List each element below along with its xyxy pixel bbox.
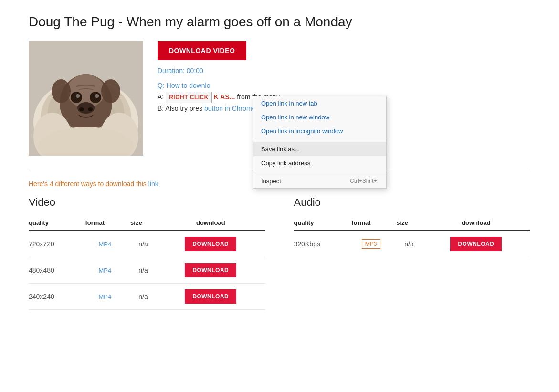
top-section: DOWNLOAD VIDEO Duration: 00:00 Q: How to… xyxy=(29,41,530,156)
svg-point-14 xyxy=(101,79,120,103)
quality-cell: 480x480 xyxy=(29,257,85,284)
context-menu-divider-1 xyxy=(253,140,386,140)
table-row: 320Kbps MP3 n/a DOWNLOAD xyxy=(294,231,531,257)
context-menu-item-inspect[interactable]: Inspect Ctrl+Shift+I xyxy=(253,174,386,188)
format-cell: MP4 xyxy=(85,257,131,284)
context-menu-item-new-tab[interactable]: Open link in new tab xyxy=(253,96,386,110)
size-cell: n/a xyxy=(130,231,162,257)
size-cell: n/a xyxy=(130,284,162,310)
context-menu-item-save-link[interactable]: Save link as... xyxy=(253,142,386,156)
page-title: Doug The Pug - When my alarm goes off on… xyxy=(29,14,530,30)
svg-point-13 xyxy=(52,79,71,103)
audio-col-format: format xyxy=(351,215,396,231)
video-thumbnail xyxy=(29,41,143,156)
save-as-text: K AS... xyxy=(214,93,235,101)
ways-link[interactable]: link xyxy=(148,180,158,188)
svg-point-12 xyxy=(88,107,93,111)
download-cell: DOWNLOAD xyxy=(162,257,265,284)
duration-display: Duration: 00:00 xyxy=(158,67,530,74)
size-cell: n/a xyxy=(396,231,428,257)
audio-table-container: Audio quality format size download 320Kb… xyxy=(294,196,531,310)
video-col-size: size xyxy=(130,215,162,231)
inspect-shortcut: Ctrl+Shift+I xyxy=(350,178,379,185)
inspect-label: Inspect xyxy=(261,178,281,185)
video-section-title: Video xyxy=(29,196,265,209)
download-button[interactable]: DOWNLOAD xyxy=(185,237,236,251)
download-cell: DOWNLOAD xyxy=(428,231,530,257)
download-cell: DOWNLOAD xyxy=(162,231,265,257)
video-table: quality format size download 720x720 MP4… xyxy=(29,215,265,310)
right-click-badge: RIGHT CLICK xyxy=(166,92,212,103)
format-cell: MP3 xyxy=(351,231,396,257)
audio-section-title: Audio xyxy=(294,196,531,209)
thumbnail-image xyxy=(29,41,143,156)
download-button[interactable]: DOWNLOAD xyxy=(450,237,502,251)
audio-col-quality: quality xyxy=(294,215,352,231)
context-menu-item-copy-link[interactable]: Copy link address xyxy=(253,156,386,170)
context-menu-item-new-window[interactable]: Open link in new window xyxy=(253,110,386,124)
audio-table: quality format size download 320Kbps MP3… xyxy=(294,215,531,257)
size-cell: n/a xyxy=(130,257,162,284)
svg-point-11 xyxy=(79,107,84,111)
context-menu-divider-2 xyxy=(253,172,386,172)
svg-point-8 xyxy=(76,94,80,98)
quality-cell: 240x240 xyxy=(29,284,85,310)
download-video-button[interactable]: DOWNLOAD VIDEO xyxy=(158,41,246,60)
audio-col-download: download xyxy=(428,215,530,231)
video-col-quality: quality xyxy=(29,215,85,231)
audio-table-header: quality format size download xyxy=(294,215,531,231)
table-row: 720x720 MP4 n/a DOWNLOAD xyxy=(29,231,265,257)
right-info: DOWNLOAD VIDEO Duration: 00:00 Q: How to… xyxy=(158,41,530,156)
format-cell: MP4 xyxy=(85,231,131,257)
quality-cell: 320Kbps xyxy=(294,231,352,257)
tables-section: Video quality format size download 720x7… xyxy=(29,196,530,310)
svg-point-10 xyxy=(77,102,95,114)
quality-cell: 720x720 xyxy=(29,231,85,257)
video-col-download: download xyxy=(162,215,265,231)
table-row: 480x480 MP4 n/a DOWNLOAD xyxy=(29,257,265,284)
svg-point-6 xyxy=(71,92,82,103)
context-menu: Open link in new tab Open link in new wi… xyxy=(253,96,387,189)
svg-point-7 xyxy=(90,92,101,103)
format-cell: MP4 xyxy=(85,284,131,310)
context-menu-item-incognito[interactable]: Open link in incognito window xyxy=(253,124,386,138)
svg-point-9 xyxy=(95,94,99,98)
format-badge: MP3 xyxy=(362,239,380,249)
audio-col-size: size xyxy=(396,215,428,231)
video-table-container: Video quality format size download 720x7… xyxy=(29,196,265,310)
download-button[interactable]: DOWNLOAD xyxy=(185,289,236,304)
table-row: 240x240 MP4 n/a DOWNLOAD xyxy=(29,284,265,310)
question-line: Q: How to downlo xyxy=(158,80,530,92)
download-cell: DOWNLOAD xyxy=(162,284,265,310)
video-col-format: format xyxy=(85,215,131,231)
video-table-header: quality format size download xyxy=(29,215,265,231)
download-button[interactable]: DOWNLOAD xyxy=(185,263,236,277)
